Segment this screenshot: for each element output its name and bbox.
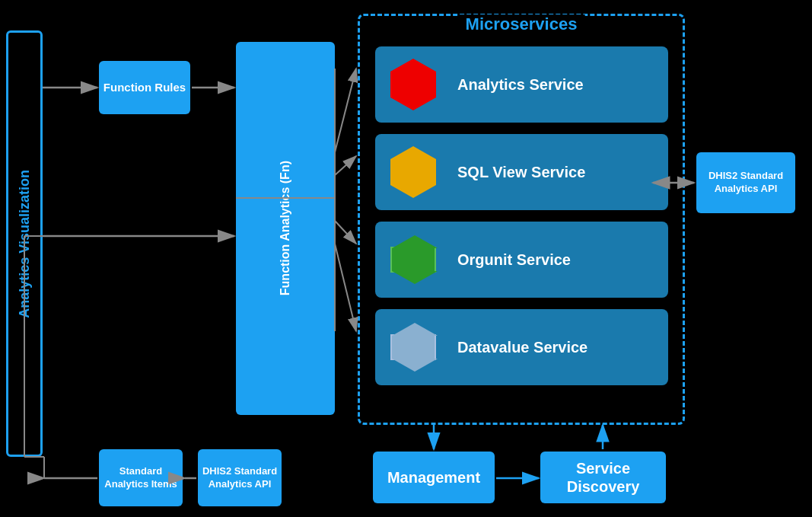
analytics-service-row: Analytics Service: [375, 46, 668, 123]
function-analytics-label: Function Analytics (Fn): [278, 161, 294, 295]
analytics-viz-label: Analytics Visualization: [17, 170, 33, 318]
datavalue-service-label: Datavalue Service: [457, 339, 588, 356]
standard-analytics-box: Standard Analytics Items: [99, 449, 183, 506]
analytics-service-label: Analytics Service: [457, 76, 584, 94]
analytics-hex-container: [383, 54, 444, 115]
orgunit-service-row: Orgunit Service: [375, 222, 668, 298]
microservices-box: Microservices Analytics Service SQL View…: [358, 14, 685, 425]
microservices-title: Microservices: [458, 14, 585, 34]
datavalue-service-row: Datavalue Service: [375, 309, 668, 385]
sql-hex-icon: [390, 159, 436, 185]
service-discovery-label: Service Discovery: [540, 459, 666, 496]
analytics-visualization-bar: Analytics Visualization: [6, 30, 43, 457]
sql-view-service-label: SQL View Service: [457, 164, 585, 181]
standard-analytics-label: Standard Analytics Items: [99, 465, 183, 491]
sql-view-service-row: SQL View Service: [375, 134, 668, 210]
sql-hex-container: [383, 142, 444, 203]
service-discovery-box: Service Discovery: [540, 452, 666, 503]
analytics-hex-icon: [390, 72, 436, 97]
orgunit-service-label: Orgunit Service: [457, 251, 571, 269]
dhis2-api-bottom-box: DHIS2 Standard Analytics API: [198, 449, 282, 506]
datavalue-hex-icon: [390, 334, 436, 360]
management-label: Management: [387, 469, 480, 487]
function-analytics-box: Function Analytics (Fn): [236, 42, 335, 415]
management-box: Management: [373, 452, 495, 503]
arrow-fn-to-sql: [335, 156, 356, 175]
arrow-fn-to-datavalue: [335, 244, 356, 331]
orgunit-hex-icon: [390, 247, 436, 273]
datavalue-hex-container: [383, 317, 444, 378]
orgunit-hex-container: [383, 229, 444, 290]
function-rules-box: Function Rules: [99, 61, 190, 114]
diagram-container: Analytics Visualization Function Rules F…: [0, 0, 812, 517]
arrow-fn-to-orgunit: [335, 221, 356, 244]
dhis2-api-right-box: DHIS2 Standard Analytics API: [696, 152, 795, 213]
function-rules-label: Function Rules: [103, 81, 186, 94]
dhis2-api-right-label: DHIS2 Standard Analytics API: [696, 170, 795, 196]
dhis2-api-bottom-label: DHIS2 Standard Analytics API: [198, 465, 282, 491]
arrow-fn-to-analytics: [335, 69, 356, 152]
